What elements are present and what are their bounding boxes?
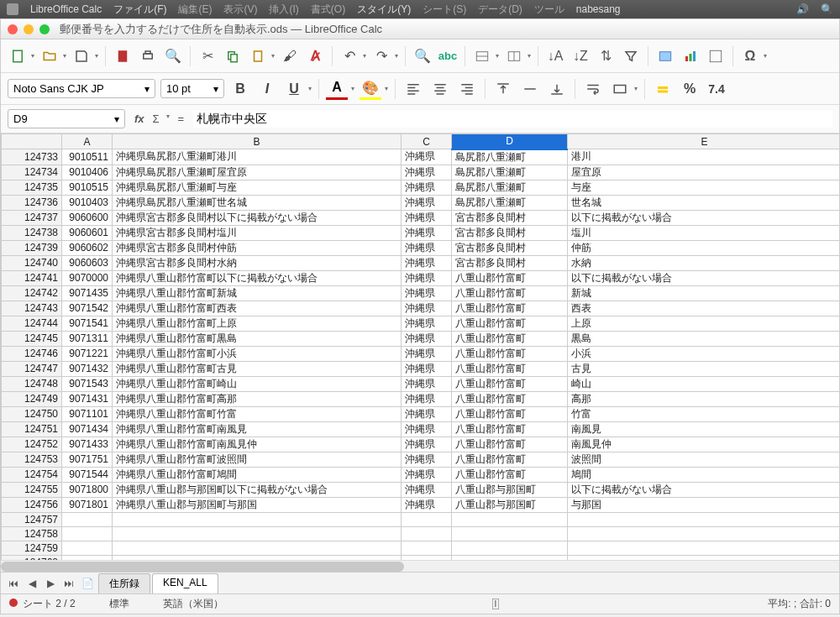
cell[interactable]: 沖縄県島尻郡八重瀬町与座 xyxy=(113,180,402,195)
row-header[interactable]: 124752 xyxy=(2,437,62,452)
cell-reference-box[interactable]: ▾ xyxy=(8,109,125,128)
spellcheck-button[interactable]: abc xyxy=(438,46,458,66)
pdf-export-button[interactable] xyxy=(113,46,133,66)
cell[interactable]: 八重山郡竹富町 xyxy=(452,406,568,421)
cell[interactable]: 八重山郡竹富町 xyxy=(452,391,568,406)
sheet-tab[interactable]: KEN_ALL xyxy=(152,573,218,593)
dropdown-icon[interactable]: ▾ xyxy=(114,113,119,125)
cell[interactable]: 沖縄県 xyxy=(402,376,452,391)
save-button[interactable] xyxy=(71,46,92,66)
cell[interactable]: 沖縄県八重山郡竹富町崎山 xyxy=(113,376,402,391)
cell[interactable]: 9071435 xyxy=(62,285,113,301)
cell[interactable] xyxy=(568,541,840,555)
cell[interactable]: 9010515 xyxy=(62,180,113,195)
cell[interactable]: 沖縄県八重山郡竹富町竹富 xyxy=(113,406,402,421)
equals-button[interactable]: = xyxy=(176,112,187,125)
cell[interactable]: 八重山郡竹富町 xyxy=(452,361,568,376)
row-header[interactable]: 124758 xyxy=(2,526,62,541)
cell[interactable]: 島尻郡八重瀬町 xyxy=(452,149,568,165)
cell[interactable] xyxy=(568,512,840,526)
bold-button[interactable]: B xyxy=(229,78,251,100)
dropdown-icon[interactable]: ▾ xyxy=(385,85,388,92)
cell[interactable]: 沖縄県八重山郡竹富町西表 xyxy=(113,301,402,316)
cell[interactable]: 以下に掲載がない場合 xyxy=(568,270,840,285)
cell[interactable]: 9060600 xyxy=(62,210,113,225)
cell[interactable]: 9071800 xyxy=(62,482,113,497)
function-wizard-button[interactable]: fx xyxy=(132,112,147,125)
cell[interactable]: 崎山 xyxy=(568,376,840,391)
cell[interactable]: 仲筋 xyxy=(568,240,840,255)
menu-sheet[interactable]: シート(S) xyxy=(423,3,466,17)
font-color-button[interactable]: A xyxy=(326,78,348,100)
last-sheet-button[interactable]: ⏭ xyxy=(61,578,76,589)
cell[interactable]: 9010403 xyxy=(62,195,113,210)
menu-file[interactable]: ファイル(F) xyxy=(113,3,166,17)
font-size-input[interactable] xyxy=(166,82,208,95)
cell[interactable]: 八重山郡竹富町 xyxy=(452,437,568,452)
cell[interactable]: 八重山郡竹富町 xyxy=(452,316,568,331)
undo-button[interactable]: ↶ xyxy=(339,46,360,66)
window-minimize-button[interactable] xyxy=(24,24,34,34)
align-right-button[interactable] xyxy=(456,78,478,100)
sum-button[interactable]: Σ xyxy=(150,112,162,125)
app-name[interactable]: LibreOffice Calc xyxy=(30,3,102,15)
cell[interactable]: 9071541 xyxy=(62,316,113,331)
cell[interactable]: 宮古郡多良間村 xyxy=(452,225,568,240)
cell[interactable]: 9071431 xyxy=(62,391,113,406)
cell[interactable]: 沖縄県 xyxy=(402,255,452,270)
page-style[interactable]: 標準 xyxy=(109,597,129,611)
row-header[interactable]: 124755 xyxy=(2,482,62,497)
cell[interactable]: 八重山郡竹富町 xyxy=(452,467,568,482)
row-header[interactable]: 124745 xyxy=(2,331,62,346)
cell[interactable]: 小浜 xyxy=(568,346,840,361)
prev-sheet-button[interactable]: ◀ xyxy=(24,578,39,589)
cell[interactable]: 沖縄県 xyxy=(402,482,452,497)
cell[interactable]: 以下に掲載がない場合 xyxy=(568,482,840,497)
cell[interactable]: 八重山郡竹富町 xyxy=(452,346,568,361)
menu-user[interactable]: nabesang xyxy=(576,3,621,15)
copy-button[interactable] xyxy=(223,46,243,66)
valign-bottom-button[interactable] xyxy=(546,78,568,100)
dropdown-icon[interactable]: ▾ xyxy=(271,52,275,60)
window-maximize-button[interactable] xyxy=(39,24,50,34)
row-header[interactable]: 124759 xyxy=(2,541,62,555)
column-button[interactable] xyxy=(504,46,524,66)
row-header[interactable]: 124740 xyxy=(2,255,62,270)
cell[interactable]: 沖縄県 xyxy=(402,149,452,165)
cell[interactable]: 9071221 xyxy=(62,346,113,361)
cell[interactable]: 9071751 xyxy=(62,452,113,467)
cell[interactable]: 波照間 xyxy=(568,452,840,467)
cell[interactable] xyxy=(113,526,402,541)
cell[interactable]: 沖縄県 xyxy=(402,270,452,285)
cell[interactable]: 与那国 xyxy=(568,497,840,512)
underline-button[interactable]: U xyxy=(283,78,305,100)
cell[interactable]: 沖縄県宮古郡多良間村以下に掲載がない場合 xyxy=(113,210,402,225)
open-button[interactable] xyxy=(39,46,60,66)
row-header[interactable]: 124734 xyxy=(2,165,62,180)
cell[interactable]: 9071101 xyxy=(62,406,113,421)
cell[interactable]: 沖縄県 xyxy=(402,165,452,180)
cell[interactable]: 宮古郡多良間村 xyxy=(452,210,568,225)
formula-input[interactable] xyxy=(193,111,832,128)
pivot-button[interactable] xyxy=(706,46,726,66)
cell[interactable]: 沖縄県 xyxy=(402,391,452,406)
cell[interactable]: 世名城 xyxy=(568,195,840,210)
row-header[interactable]: 124746 xyxy=(2,346,62,361)
row-header[interactable]: 124737 xyxy=(2,210,62,225)
row-header[interactable]: 124748 xyxy=(2,376,62,391)
dropdown-icon[interactable]: ▾ xyxy=(144,83,150,95)
row-header[interactable]: 124743 xyxy=(2,301,62,316)
add-sheet-button[interactable]: 📄 xyxy=(80,578,95,589)
cell[interactable]: 9010511 xyxy=(62,149,113,165)
column-header-A[interactable]: A xyxy=(62,134,113,149)
row-header[interactable]: 124742 xyxy=(2,285,62,301)
menu-insert[interactable]: 挿入(I) xyxy=(269,3,298,17)
insert-mode[interactable]: I xyxy=(492,599,500,609)
cell[interactable]: 沖縄県八重山郡竹富町新城 xyxy=(113,285,402,301)
cell[interactable] xyxy=(113,541,402,555)
cell[interactable]: 沖縄県八重山郡竹富町黒島 xyxy=(113,331,402,346)
search-icon[interactable]: 🔍 xyxy=(821,3,833,15)
cell[interactable]: 沖縄県八重山郡竹富町以下に掲載がない場合 xyxy=(113,270,402,285)
cell[interactable]: 9071311 xyxy=(62,331,113,346)
cell[interactable]: 沖縄県 xyxy=(402,240,452,255)
